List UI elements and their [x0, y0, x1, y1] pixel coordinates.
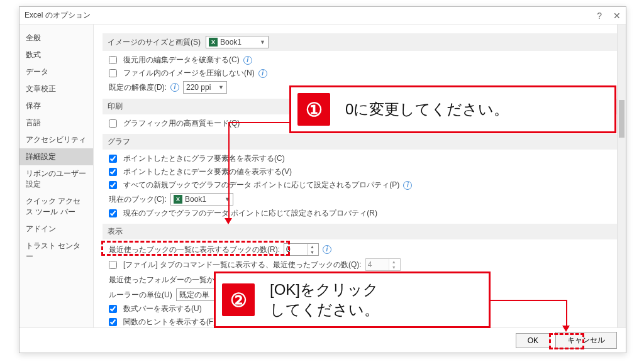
annotation-badge-1: ①: [297, 93, 330, 126]
current-book-label: 現在のブック(C):: [109, 194, 167, 205]
discard-edit-label: 復元用の編集データを破棄する(C): [123, 55, 240, 65]
hq-graphics-label: グラフィック用の高画質モード(Q): [123, 118, 240, 129]
sidebar-item-formulas[interactable]: 数式: [19, 47, 93, 63]
chevron-down-icon: ▼: [260, 39, 265, 45]
show-func-hint-checkbox[interactable]: [109, 318, 117, 326]
info-icon[interactable]: i: [170, 83, 179, 92]
show-elem-name-checkbox[interactable]: [109, 155, 117, 163]
show-func-hint-label: 関数のヒントを表示する(F): [123, 317, 216, 327]
section-display: 表示: [103, 224, 617, 239]
show-elem-value-label: ポイントしたときにデータ要素の値を表示する(V): [123, 167, 292, 177]
excel-icon: X: [209, 38, 218, 47]
annotation-arrow-2-h: [491, 300, 566, 301]
no-compress-checkbox[interactable]: [109, 69, 117, 77]
file-tab-input[interactable]: [366, 259, 389, 270]
annotation-callout-2: ② [OK]をクリック してください。: [214, 272, 491, 328]
sidebar-item-data[interactable]: データ: [19, 63, 93, 80]
annotation-arrow-1-h: [228, 122, 289, 123]
file-tab-cmd-label: [ファイル] タブのコマンド一覧に表示する、最近使ったブックの数(Q):: [123, 260, 362, 270]
section-image-label: イメージのサイズと画質(S): [108, 37, 201, 48]
titlebar: Excel のオプション ? ✕: [19, 7, 626, 25]
annotation-badge-2: ②: [222, 283, 255, 316]
annotation-callout-1: ① 0に変更してください。: [289, 85, 616, 133]
image-book-dropdown[interactable]: X Book1 ▼: [206, 36, 269, 48]
sidebar-item-qat[interactable]: クイック アクセス ツール バー: [19, 193, 93, 221]
file-tab-spinner[interactable]: ▲▼: [365, 258, 401, 271]
show-elem-value-checkbox[interactable]: [109, 168, 117, 176]
show-formula-bar-checkbox[interactable]: [109, 305, 117, 313]
show-elem-name-label: ポイントしたときにグラフ要素名を表示する(C): [123, 153, 285, 164]
sidebar-item-accessibility[interactable]: アクセシビリティ: [19, 131, 93, 148]
info-icon[interactable]: i: [243, 56, 252, 65]
sidebar-item-advanced[interactable]: 詳細設定: [19, 148, 93, 165]
info-icon[interactable]: i: [403, 181, 412, 190]
scrollbar-thumb[interactable]: [619, 100, 625, 138]
sidebar-item-save[interactable]: 保存: [19, 97, 93, 114]
info-icon[interactable]: i: [258, 69, 267, 78]
dialog-footer: OK キャンセル: [19, 327, 626, 353]
window-title: Excel のオプション: [25, 10, 91, 21]
sidebar-item-language[interactable]: 言語: [19, 114, 93, 131]
sidebar-item-trust[interactable]: トラスト センター: [19, 238, 93, 265]
spin-up-icon[interactable]: ▲: [308, 244, 317, 250]
info-icon[interactable]: i: [323, 245, 331, 254]
default-res-label: 既定の解像度(D):: [109, 82, 167, 93]
current-book-prop-label: 現在のブックでグラフのデータ ポイントに応じて設定されるプロパティ(R): [123, 208, 377, 219]
help-icon[interactable]: ?: [597, 11, 602, 21]
all-new-books-label: すべての新規ブックでグラフのデータ ポイントに応じて設定されるプロパティ(P): [123, 180, 399, 190]
annotation-arrow-1: [228, 122, 230, 219]
sidebar-item-addins[interactable]: アドイン: [19, 221, 93, 238]
current-book-prop-checkbox[interactable]: [109, 209, 117, 217]
sidebar-item-ribbon[interactable]: リボンのユーザー設定: [19, 165, 93, 193]
ruler-unit-label: ルーラーの単位(U): [109, 290, 172, 300]
show-formula-bar-label: 数式バーを表示する(U): [123, 304, 202, 314]
close-icon[interactable]: ✕: [613, 11, 621, 21]
sidebar-item-general[interactable]: 全般: [19, 30, 93, 47]
file-tab-cmd-checkbox[interactable]: [109, 261, 117, 269]
annotation-text-2: [OK]をクリック してください。: [261, 280, 388, 321]
annotation-highlight-2: [549, 333, 584, 349]
content-scrollbar[interactable]: [617, 25, 626, 327]
annotation-text-1: 0に変更してください。: [336, 99, 518, 119]
annotation-arrowhead-1: [225, 218, 232, 224]
all-new-books-checkbox[interactable]: [109, 181, 117, 189]
no-compress-label: ファイル内のイメージを圧縮しない(N): [123, 68, 255, 79]
spin-down-icon[interactable]: ▼: [308, 250, 317, 255]
section-image: イメージのサイズと画質(S) X Book1 ▼: [103, 33, 617, 51]
excel-icon: X: [174, 195, 182, 204]
annotation-arrowhead-2: [562, 326, 570, 332]
ok-button[interactable]: OK: [516, 333, 550, 348]
section-graph: グラフ: [103, 134, 617, 150]
discard-edit-checkbox[interactable]: [109, 56, 117, 64]
default-res-dropdown[interactable]: 220 ppi▼: [183, 81, 227, 94]
annotation-arrow-2-v: [566, 300, 567, 326]
hq-graphics-checkbox[interactable]: [109, 119, 117, 128]
sidebar-item-proofing[interactable]: 文章校正: [19, 80, 93, 97]
sidebar: 全般 数式 データ 文章校正 保存 言語 アクセシビリティ 詳細設定 リボンのユ…: [19, 25, 94, 327]
annotation-highlight-1: [101, 241, 290, 256]
chevron-down-icon: ▼: [218, 84, 224, 90]
current-book-dropdown[interactable]: X Book1 ▼: [170, 193, 233, 206]
